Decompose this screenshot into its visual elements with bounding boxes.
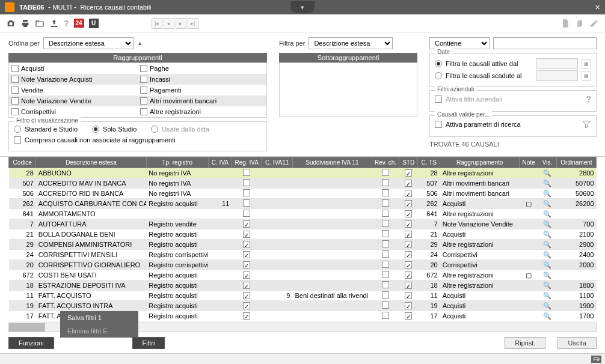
cell-checkbox[interactable]	[243, 282, 250, 289]
funnel-icon[interactable]	[582, 120, 591, 129]
cell-checkbox[interactable]	[382, 291, 389, 299]
badge-24[interactable]: 24	[74, 19, 84, 28]
cell-checkbox[interactable]	[405, 251, 412, 258]
cell-checkbox[interactable]	[243, 271, 250, 279]
column-header[interactable]: Rev. ch.	[372, 157, 399, 168]
table-row[interactable]: 18 ESTRAZIONE DEPOSITI IVA Registro acqu…	[9, 281, 597, 291]
magnifier-icon[interactable]: 🔍	[543, 200, 551, 207]
table-row[interactable]: 641 AMMORTAMENTO 641 Altre registrazioni…	[9, 209, 597, 219]
upload-icon[interactable]	[49, 19, 59, 28]
filter-value-input[interactable]	[493, 37, 597, 49]
folder-icon[interactable]	[35, 19, 45, 28]
filtra-select[interactable]: Descrizione estesa	[309, 37, 393, 49]
gruppo-item[interactable]: Note Variazione Vendite	[9, 96, 138, 106]
cell-checkbox[interactable]	[382, 281, 389, 288]
magnifier-icon[interactable]: 🔍	[543, 292, 551, 299]
nav-last-icon[interactable]: ▸|	[188, 18, 198, 29]
cell-checkbox[interactable]	[243, 261, 250, 268]
date-attive-input[interactable]	[536, 58, 578, 69]
column-header[interactable]: STD	[399, 157, 418, 168]
edit-icon[interactable]	[589, 19, 599, 28]
cell-checkbox[interactable]	[243, 189, 250, 196]
camera-icon[interactable]	[6, 19, 16, 28]
chk-aziendali[interactable]	[435, 96, 442, 103]
cell-checkbox[interactable]	[405, 282, 412, 289]
radio-attive[interactable]	[435, 60, 442, 67]
help-aziendali-icon[interactable]: ?	[586, 94, 591, 104]
column-header[interactable]: Suddivisione IVA 11	[292, 157, 372, 168]
cell-checkbox[interactable]	[405, 220, 412, 228]
cell-checkbox[interactable]	[243, 199, 250, 207]
magnifier-icon[interactable]: 🔍	[543, 261, 551, 268]
table-row[interactable]: 29 COMPENSI AMMINISTRATORI Registro acqu…	[9, 240, 597, 250]
table-row[interactable]: 28 ABBUONO No registri IVA 28 Altre regi…	[9, 168, 597, 178]
magnifier-icon[interactable]: 🔍	[543, 251, 551, 258]
cell-checkbox[interactable]	[243, 302, 250, 309]
cell-checkbox[interactable]	[405, 261, 412, 268]
nav-next-icon[interactable]: ▸	[176, 18, 186, 29]
table-row[interactable]: 506 ACCREDITO RID IN BANCA No registri I…	[9, 189, 597, 199]
gruppo-checkbox[interactable]	[140, 97, 147, 105]
table-row[interactable]: 672 COSTI BENI USATI Registro acquisti 6…	[9, 270, 597, 281]
gruppo-checkbox[interactable]	[11, 65, 19, 72]
table-row[interactable]: 7 AUTOFATTURA Registro vendite 7 Note Va…	[9, 219, 597, 229]
date-scadute-input[interactable]	[536, 70, 578, 81]
gruppo-item[interactable]: Incassi	[138, 74, 266, 85]
radio-solo-studio[interactable]	[92, 126, 99, 133]
cell-checkbox[interactable]	[382, 240, 389, 247]
pdf-icon[interactable]	[560, 19, 570, 28]
column-header[interactable]: C. TS	[418, 157, 440, 168]
magnifier-icon[interactable]: 🔍	[543, 169, 551, 177]
gruppo-checkbox[interactable]	[140, 76, 147, 83]
table-row[interactable]: 11 FATT. ACQUISTO Registro acquisti 9 Be…	[9, 291, 597, 301]
gruppo-checkbox[interactable]	[11, 76, 19, 83]
cell-checkbox[interactable]	[405, 271, 412, 279]
magnifier-icon[interactable]: 🔍	[543, 220, 551, 228]
cell-checkbox[interactable]	[405, 169, 412, 177]
cell-checkbox[interactable]	[405, 241, 412, 248]
sort-up-icon[interactable]: ▲	[137, 40, 143, 46]
gruppo-checkbox[interactable]	[140, 86, 147, 94]
cell-checkbox[interactable]	[382, 261, 389, 268]
column-header[interactable]: C. IVA	[208, 157, 232, 168]
ordina-select[interactable]: Descrizione estesa	[43, 37, 134, 49]
gruppo-checkbox[interactable]	[11, 108, 19, 115]
column-header[interactable]: C. IVA11	[262, 157, 293, 168]
table-row[interactable]: 507 ACCREDITO MAV IN BANCA No registri I…	[9, 178, 597, 189]
help-icon[interactable]: ?	[64, 19, 69, 28]
funzioni-button[interactable]: Funzioni	[8, 337, 54, 349]
gruppo-checkbox[interactable]	[11, 86, 19, 94]
note-icon[interactable]: ▢	[526, 200, 532, 207]
print-icon[interactable]	[20, 19, 30, 28]
cell-checkbox[interactable]	[243, 292, 250, 299]
cell-checkbox[interactable]	[382, 210, 389, 217]
nav-prev-icon[interactable]: ◂	[164, 18, 174, 29]
column-header[interactable]: Descrizione estesa	[36, 157, 146, 168]
cell-checkbox[interactable]	[243, 231, 250, 238]
riprist-button[interactable]: Riprist.	[505, 337, 545, 349]
magnifier-icon[interactable]: 🔍	[543, 302, 551, 309]
cell-checkbox[interactable]	[405, 292, 412, 299]
gruppo-item[interactable]: Paghe	[138, 63, 266, 74]
filtri-button[interactable]: Filtri	[132, 337, 165, 349]
column-header[interactable]: Raggruppamento	[440, 157, 520, 168]
u-button[interactable]: U	[89, 19, 99, 28]
dropdown-tab-icon[interactable]: ▾	[290, 1, 315, 13]
column-header[interactable]: Note	[520, 157, 538, 168]
gruppo-checkbox[interactable]	[11, 97, 19, 105]
cell-checkbox[interactable]	[405, 302, 412, 309]
column-header[interactable]: Ordinament	[556, 157, 596, 168]
cell-checkbox[interactable]	[405, 180, 412, 187]
column-header[interactable]: Codice	[9, 157, 36, 168]
filter-op-select[interactable]: Contiene	[429, 37, 490, 49]
column-header[interactable]: Reg. IVA	[232, 157, 261, 168]
gruppo-item[interactable]: Acquisti	[9, 63, 138, 74]
cell-checkbox[interactable]	[243, 220, 250, 228]
gruppo-item[interactable]: Corrispettivi	[9, 106, 138, 117]
table-row[interactable]: 19 FATT. ACQUISTO INTRA Registro acquist…	[9, 301, 597, 311]
magnifier-icon[interactable]: 🔍	[543, 190, 551, 197]
cell-checkbox[interactable]	[382, 220, 389, 227]
magnifier-icon[interactable]: 🔍	[543, 231, 551, 238]
magnifier-icon[interactable]: 🔍	[543, 241, 551, 248]
copy-icon[interactable]	[575, 19, 585, 28]
